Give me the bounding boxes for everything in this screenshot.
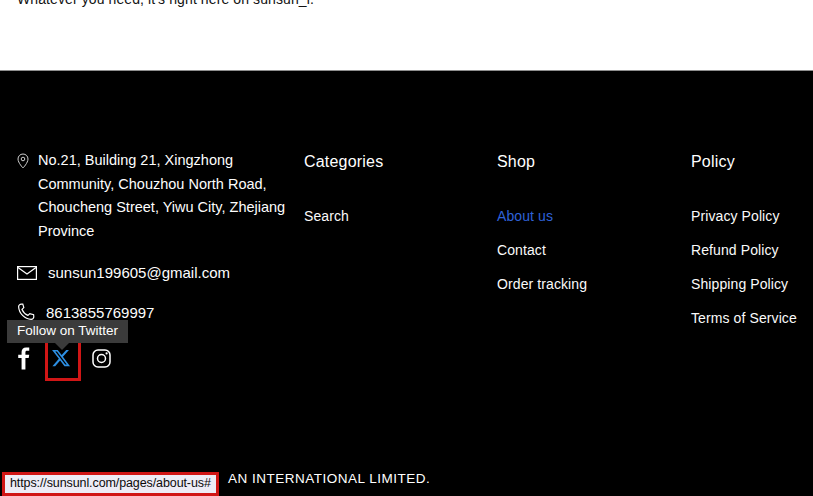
status-url-bar: https://sunsunl.com/pages/about-us# xyxy=(2,472,219,496)
footer-link-privacy-policy[interactable]: Privacy Policy xyxy=(691,208,780,224)
column-title: Policy xyxy=(691,153,797,171)
footer-link-order-tracking[interactable]: Order tracking xyxy=(497,276,587,292)
location-pin-icon xyxy=(17,153,29,243)
email-link[interactable]: sunsun199605@gmail.com xyxy=(48,264,230,281)
phone-icon xyxy=(17,303,35,321)
footer-column-policy: Policy Privacy Policy Refund Policy Ship… xyxy=(691,153,797,344)
facebook-icon xyxy=(17,347,30,370)
page: Whatever you need, it's right here on su… xyxy=(0,0,813,496)
footer-link-search[interactable]: Search xyxy=(304,208,349,224)
email-row: sunsun199605@gmail.com xyxy=(17,264,297,281)
top-tagline: Whatever you need, it's right here on su… xyxy=(17,0,314,7)
column-title: Shop xyxy=(497,153,587,171)
copyright-text: AN INTERNATIONAL LIMITED. xyxy=(228,471,430,486)
address-text: No.21, Building 21, Xingzhong Community,… xyxy=(38,149,285,243)
address-line: Choucheng Street, Yiwu City, Zhejiang xyxy=(38,196,285,220)
address-line: No.21, Building 21, Xingzhong xyxy=(38,149,285,173)
address-line: Community, Chouzhou North Road, xyxy=(38,173,285,197)
instagram-link[interactable] xyxy=(92,349,111,368)
footer-column-categories: Categories Search xyxy=(304,153,383,242)
facebook-link[interactable] xyxy=(17,347,30,370)
column-title: Categories xyxy=(304,153,383,171)
phone-link[interactable]: 8613855769997 xyxy=(46,304,154,321)
tooltip-arrow xyxy=(54,342,70,350)
twitter-tooltip: Follow on Twitter xyxy=(7,320,128,343)
address-row: No.21, Building 21, Xingzhong Community,… xyxy=(17,149,297,243)
address-line: Province xyxy=(38,220,285,244)
footer: No.21, Building 21, Xingzhong Community,… xyxy=(0,70,813,496)
footer-link-about-us[interactable]: About us xyxy=(497,208,553,224)
footer-column-shop: Shop About us Contact Order tracking xyxy=(497,153,587,310)
top-content-strip: Whatever you need, it's right here on su… xyxy=(0,0,813,70)
footer-link-refund-policy[interactable]: Refund Policy xyxy=(691,242,779,258)
footer-link-terms-of-service[interactable]: Terms of Service xyxy=(691,310,797,326)
phone-row: 8613855769997 xyxy=(17,303,297,321)
footer-link-contact[interactable]: Contact xyxy=(497,242,546,258)
email-icon xyxy=(17,266,37,280)
footer-link-shipping-policy[interactable]: Shipping Policy xyxy=(691,276,788,292)
instagram-icon xyxy=(92,349,111,368)
